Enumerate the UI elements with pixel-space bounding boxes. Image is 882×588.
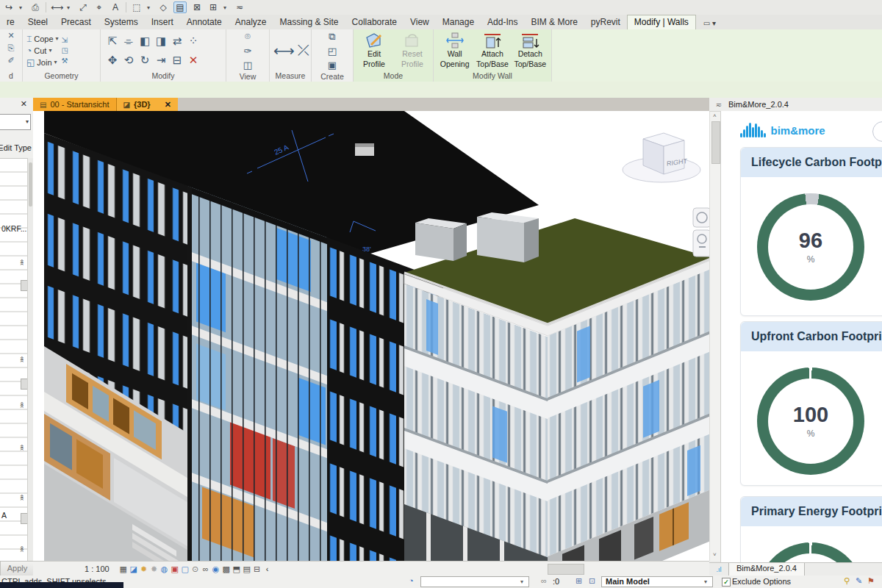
group-collapse-icon[interactable]: «« bbox=[18, 402, 26, 406]
search-icon[interactable] bbox=[872, 121, 882, 142]
default-3d-view-icon[interactable]: ⬚ bbox=[131, 2, 143, 12]
group-collapse-icon[interactable]: «« bbox=[18, 356, 26, 361]
scroll-down-icon[interactable]: ˅ bbox=[713, 551, 717, 558]
tab-bim-and-more[interactable]: BIM & More bbox=[524, 15, 584, 29]
property-value[interactable]: 0KRF... bbox=[1, 224, 26, 233]
create-group-icon[interactable]: ⧉ bbox=[329, 31, 335, 43]
view-tab-startansicht[interactable]: ▤ 00 - Startansicht bbox=[33, 98, 117, 111]
tab-steel[interactable]: Steel bbox=[21, 15, 54, 29]
paste-icon[interactable]: ⎘ bbox=[8, 43, 15, 53]
tab-annotate[interactable]: Annotate bbox=[180, 15, 229, 29]
tab-insert[interactable]: Insert bbox=[145, 15, 180, 29]
tab-pyrevit[interactable]: pyRevit bbox=[584, 15, 627, 29]
selection-box-icon[interactable]: ⊟ bbox=[252, 564, 262, 574]
trim-icon[interactable]: ⇥ bbox=[157, 54, 166, 67]
worksets-icon[interactable]: ◔ bbox=[409, 576, 414, 585]
aligned-dimension-icon[interactable]: ⤢ bbox=[77, 2, 89, 12]
dock-tab-bim-and-more[interactable]: Bim&More_2.0.4 bbox=[728, 563, 805, 576]
apply-button[interactable]: Apply bbox=[0, 561, 35, 577]
lock-view-icon[interactable]: ⊙ bbox=[190, 564, 201, 574]
editing-requests-icon[interactable]: ∞ bbox=[541, 576, 547, 585]
group-collapse-icon[interactable]: «« bbox=[18, 445, 26, 449]
tab-analyze[interactable]: Analyze bbox=[229, 15, 273, 29]
measure-tool-icon[interactable]: ⟷ bbox=[273, 42, 295, 60]
active-option-icon[interactable]: ⊡ bbox=[589, 576, 595, 586]
view-tab-3d[interactable]: ◪ {3D} ✕ bbox=[117, 98, 178, 111]
view-tab-close-icon[interactable]: ✕ bbox=[165, 100, 171, 110]
group-collapse-icon[interactable]: «« bbox=[18, 259, 26, 264]
edit-profile-button[interactable]: Edit Profile bbox=[357, 32, 391, 68]
reveal-crop-icon[interactable]: ▢ bbox=[180, 564, 190, 574]
scroll-up-icon[interactable]: ˄ bbox=[713, 112, 717, 119]
text-icon[interactable]: A bbox=[110, 2, 121, 12]
linework-icon[interactable]: ✑ bbox=[244, 46, 252, 57]
measure-dropdown-icon[interactable]: ▾ bbox=[67, 4, 73, 11]
tab-architecture[interactable]: re bbox=[0, 15, 21, 29]
pin-icon[interactable]: ⊟ bbox=[173, 54, 182, 67]
thin-lines-icon[interactable]: ▤ bbox=[173, 1, 187, 13]
crop-view-icon[interactable]: ◍ bbox=[159, 564, 170, 574]
measure-icon[interactable]: ⟷ bbox=[51, 2, 62, 12]
tab-systems[interactable]: Systems bbox=[98, 15, 145, 29]
hide-isolate-icon[interactable]: ◫ bbox=[243, 60, 252, 71]
viewport-scrollbar[interactable]: ˄ ˅ bbox=[709, 111, 721, 561]
worksets-dropdown[interactable] bbox=[420, 576, 529, 587]
displacement-icon[interactable]: ▤ bbox=[242, 564, 252, 574]
ribbon-display-toggle[interactable]: ▭ ▾ bbox=[703, 19, 716, 29]
switch-windows-dropdown-icon[interactable]: ▾ bbox=[223, 4, 229, 11]
copy-icon[interactable]: ⟲ bbox=[124, 54, 134, 67]
dimension-tool-icon[interactable]: ⤫ bbox=[298, 42, 309, 59]
join-dropdown-icon[interactable]: ▾ bbox=[54, 59, 57, 65]
type-selector-dropdown-icon[interactable]: ▾ bbox=[26, 118, 29, 125]
type-selector[interactable]: ▾ bbox=[0, 114, 31, 130]
design-option-dropdown-icon[interactable]: ▾ bbox=[704, 578, 707, 585]
cut-button[interactable]: ◔ Cut ▾ bbox=[26, 46, 59, 56]
offset-icon[interactable]: ⌯ bbox=[124, 35, 133, 48]
section-icon[interactable]: ◇ bbox=[157, 2, 169, 12]
cope-dropdown-icon[interactable]: ▾ bbox=[56, 35, 59, 42]
horizontal-scrollbar-thumb[interactable] bbox=[548, 564, 584, 575]
edit-type-button[interactable]: ⊞ Edit Type bbox=[0, 143, 32, 153]
properties-close-icon[interactable]: ✕ bbox=[21, 99, 27, 109]
mirror-pick-icon[interactable]: ◧ bbox=[140, 35, 150, 48]
crop-region-icon[interactable]: ▣ bbox=[170, 564, 180, 574]
viewcube[interactable]: RIGHT bbox=[643, 133, 687, 174]
analytical-model-icon[interactable]: ▩ bbox=[221, 564, 232, 574]
delete-element-icon[interactable]: ✕ bbox=[189, 54, 198, 67]
group-collapse-icon[interactable]: «« bbox=[18, 495, 26, 499]
scrollbar-thumb[interactable] bbox=[711, 121, 720, 164]
mirror-axis-icon[interactable]: ◨ bbox=[156, 35, 166, 48]
properties-scrollbar[interactable] bbox=[27, 158, 33, 561]
panel-grip-icon[interactable]: ≂ bbox=[709, 101, 728, 109]
sun-path-icon[interactable]: ✹ bbox=[139, 564, 149, 574]
attach-top-base-button[interactable]: Attach Top/Base bbox=[475, 32, 509, 68]
visual-style-icon[interactable]: ◪ bbox=[129, 564, 139, 574]
rotate-icon[interactable]: ↻ bbox=[140, 54, 150, 67]
navigation-bar[interactable] bbox=[693, 208, 709, 257]
redo-dropdown-icon[interactable]: ▾ bbox=[19, 4, 25, 11]
tab-modify-walls[interactable]: Modify | Walls bbox=[627, 15, 696, 29]
tag-icon[interactable]: ⌖ bbox=[93, 2, 105, 12]
select-links-icon[interactable]: ⚲ bbox=[844, 576, 850, 586]
customize-qat-icon[interactable]: ≂ bbox=[234, 2, 245, 12]
design-option-select[interactable]: Main Model bbox=[601, 576, 713, 587]
tab-massing-site[interactable]: Massing & Site bbox=[273, 15, 345, 29]
tab-manage[interactable]: Manage bbox=[436, 15, 481, 29]
beam-system-icon[interactable]: ◳ bbox=[62, 46, 68, 54]
constraints-icon[interactable]: ⬒ bbox=[232, 564, 242, 574]
property-value[interactable]: A bbox=[1, 511, 7, 520]
group-collapse-icon[interactable]: «« bbox=[18, 546, 26, 551]
select-pinned-icon[interactable]: ⚑ bbox=[867, 576, 875, 586]
array-icon[interactable]: ⁘ bbox=[189, 35, 198, 48]
reveal-hidden-icon[interactable]: ∞ bbox=[201, 564, 211, 573]
tab-precast[interactable]: Precast bbox=[54, 15, 98, 29]
temporary-view-icon[interactable]: ◉ bbox=[211, 564, 221, 574]
view-lightbulb-icon[interactable]: ⌾ bbox=[245, 31, 251, 43]
tab-add-ins[interactable]: Add-Ins bbox=[481, 15, 524, 29]
move-icon[interactable]: ✥ bbox=[108, 54, 118, 67]
scale-icon[interactable]: ▦ bbox=[118, 564, 129, 574]
plugin-panel-header[interactable]: ≂ Bim&More_2.0.4 bbox=[709, 98, 882, 112]
join-button[interactable]: ◱ Join ▾ bbox=[26, 57, 59, 68]
demolish-icon[interactable]: ⚒ bbox=[62, 57, 68, 65]
delete-icon[interactable]: ✕ bbox=[7, 31, 14, 40]
